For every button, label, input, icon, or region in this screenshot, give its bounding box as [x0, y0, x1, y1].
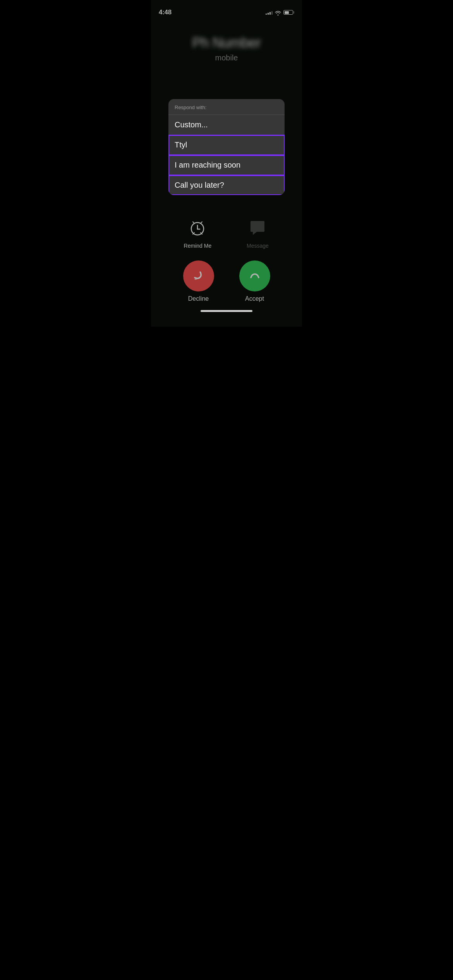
home-indicator: [201, 310, 252, 312]
message-label: Message: [247, 243, 269, 249]
decline-circle: [183, 260, 214, 291]
signal-bar-4: [271, 11, 273, 15]
respond-item-reaching[interactable]: I am reaching soon: [168, 155, 285, 175]
respond-item-reaching-text: I am reaching soon: [175, 161, 240, 169]
signal-bar-2: [268, 13, 269, 15]
respond-header: Respond with:: [168, 99, 285, 115]
remind-me-label: Remind Me: [184, 243, 212, 249]
decline-button[interactable]: Decline: [183, 260, 214, 302]
respond-title: Respond with:: [175, 105, 206, 110]
accept-circle: [239, 260, 270, 291]
wifi-icon: [275, 10, 281, 15]
respond-item-custom[interactable]: Custom...: [168, 115, 285, 135]
accept-button[interactable]: Accept: [239, 260, 270, 302]
caller-label: mobile: [215, 53, 238, 62]
status-time: 4:48: [159, 9, 172, 16]
accept-label: Accept: [245, 295, 264, 302]
respond-item-call-later[interactable]: Call you later?: [168, 175, 285, 195]
message-button[interactable]: Message: [246, 216, 269, 249]
remind-me-button[interactable]: Remind Me: [184, 216, 212, 249]
respond-item-ttyl-text: Ttyl: [175, 140, 187, 149]
screen: 4:48: [151, 0, 302, 327]
svg-line-6: [201, 222, 202, 223]
decline-label: Decline: [188, 295, 209, 302]
signal-bar-1: [266, 14, 267, 15]
call-buttons-row: Decline Accept: [151, 260, 302, 302]
action-row: Remind Me Message: [151, 216, 302, 249]
signal-bar-3: [269, 12, 271, 15]
battery-icon: [283, 10, 294, 15]
message-icon: [246, 216, 269, 240]
respond-item-custom-text: Custom...: [175, 120, 208, 129]
status-icons: [266, 10, 294, 15]
caller-name: Ph Number: [192, 35, 261, 51]
signal-bars-icon: [266, 10, 273, 15]
respond-item-ttyl[interactable]: Ttyl: [168, 135, 285, 155]
status-bar: 4:48: [151, 0, 302, 19]
alarm-icon: [186, 216, 209, 240]
respond-item-call-later-text: Call you later?: [175, 181, 224, 189]
svg-line-5: [193, 222, 194, 223]
bottom-section: Remind Me Message: [151, 216, 302, 327]
respond-popup: Respond with: Custom... Ttyl I am reachi…: [168, 99, 285, 195]
